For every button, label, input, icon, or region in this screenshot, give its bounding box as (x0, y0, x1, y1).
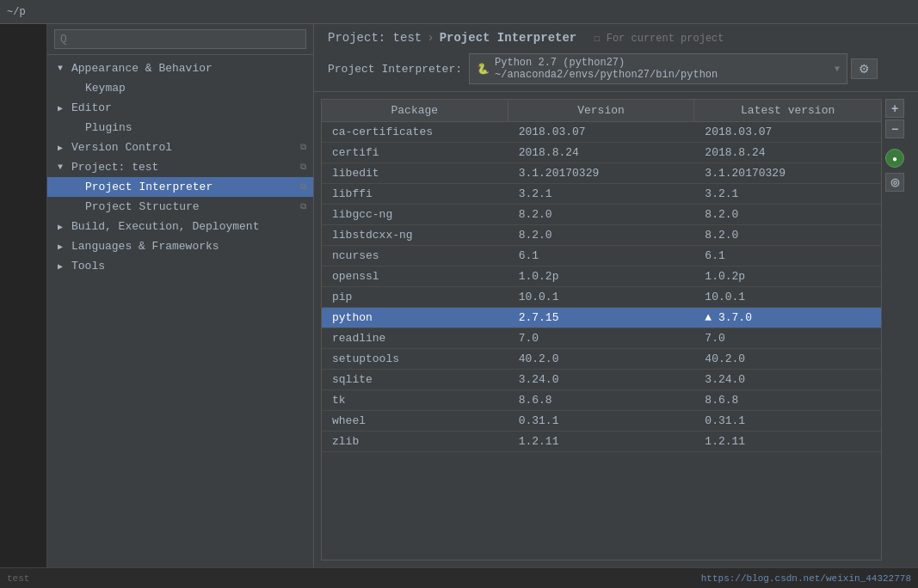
table-row[interactable]: python 2.7.15 ▲ 3.7.0 (322, 308, 881, 328)
table-row[interactable]: zlib 1.2.11 1.2.11 (322, 432, 881, 452)
package-name: sqlite (322, 370, 508, 389)
sidebar-item-label: Languages & Frameworks (71, 240, 306, 253)
sidebar-tree: ▼Appearance & Behavior Keymap▶Editor Plu… (47, 55, 313, 567)
table-row[interactable]: libstdcxx-ng 8.2.0 8.2.0 (322, 225, 881, 246)
package-version: 1.0.2p (508, 266, 695, 286)
table-row[interactable]: libffi 3.2.1 3.2.1 (322, 184, 881, 205)
gear-button[interactable]: ⚙ (851, 58, 878, 79)
sidebar-item-keymap[interactable]: Keymap (47, 78, 313, 98)
package-name: python (322, 308, 508, 328)
package-version: 2018.8.24 (508, 143, 695, 162)
package-name: tk (322, 390, 508, 410)
sidebar-item-languages-frameworks[interactable]: ▶Languages & Frameworks (47, 236, 313, 256)
search-input[interactable] (54, 29, 306, 49)
col-package: Package (322, 100, 508, 121)
table-row[interactable]: pip 10.0.1 10.0.1 (322, 287, 881, 308)
content-header: Project: test › Project Interpreter ☐ Fo… (314, 24, 918, 92)
table-row[interactable]: wheel 0.31.1 0.31.1 (322, 411, 881, 432)
sidebar-item-label: Keymap (85, 82, 306, 95)
table-row[interactable]: ncurses 6.1 6.1 (322, 246, 881, 266)
package-name: ca-certificates (322, 122, 508, 142)
sidebar-item-label: Appearance & Behavior (71, 62, 306, 75)
sidebar-item-build-execution[interactable]: ▶Build, Execution, Deployment (47, 217, 313, 236)
package-latest: 3.24.0 (694, 370, 881, 389)
sidebar-item-label: Project Interpreter (85, 181, 297, 193)
package-name: libstdcxx-ng (322, 225, 508, 245)
file-panel (0, 24, 47, 567)
interpreter-row: Project Interpreter: 🐍 Python 2.7 (pytho… (328, 53, 904, 84)
package-name: readline (322, 328, 508, 348)
package-name: zlib (322, 432, 508, 451)
table-row[interactable]: libedit 3.1.20170329 3.1.20170329 (322, 163, 881, 184)
package-version: 8.2.0 (508, 225, 695, 245)
package-name: libgcc-ng (322, 205, 508, 224)
package-version: 0.31.1 (508, 411, 695, 431)
sidebar-item-label: Plugins (85, 121, 306, 134)
package-name: wheel (322, 411, 508, 431)
table-row[interactable]: readline 7.0 7.0 (322, 328, 881, 349)
copy-icon: ⧉ (300, 202, 306, 211)
table-actions: + − ● ◎ (885, 99, 904, 560)
package-version: 7.0 (508, 328, 695, 348)
breadcrumb-project: Project: test (328, 31, 422, 45)
bottom-tab[interactable]: test (7, 573, 29, 584)
package-name: pip (322, 287, 508, 307)
sidebar-item-version-control[interactable]: ▶Version Control⧉ (47, 138, 313, 157)
package-version: 3.1.20170329 (508, 163, 695, 183)
package-name: openssl (322, 266, 508, 286)
package-latest: 40.2.0 (694, 349, 881, 369)
package-latest: 8.2.0 (694, 225, 881, 245)
sidebar-item-project-interpreter[interactable]: Project Interpreter⧉ (47, 177, 313, 197)
package-version: 2018.03.07 (508, 122, 695, 142)
sidebar-item-appearance[interactable]: ▼Appearance & Behavior (47, 58, 313, 78)
package-version: 6.1 (508, 246, 695, 266)
bottom-bar: test https://blog.csdn.net/weixin_443227… (0, 567, 918, 588)
package-latest: 1.2.11 (694, 432, 881, 451)
remove-package-button[interactable]: − (885, 119, 904, 138)
package-latest: 6.1 (694, 246, 881, 266)
settings-sidebar: ▼Appearance & Behavior Keymap▶Editor Plu… (47, 24, 314, 567)
package-latest: 2018.8.24 (694, 143, 881, 162)
add-package-button[interactable]: + (885, 99, 904, 118)
table-row[interactable]: openssl 1.0.2p 1.0.2p (322, 266, 881, 287)
sidebar-item-label: Project: test (71, 161, 297, 174)
package-name: certifi (322, 143, 508, 162)
package-name: libffi (322, 184, 508, 204)
package-table-wrap: Package Version Latest version ca-certif… (314, 92, 918, 567)
package-latest: ▲ 3.7.0 (694, 308, 881, 328)
table-row[interactable]: sqlite 3.24.0 3.24.0 (322, 370, 881, 390)
copy-icon: ⧉ (300, 143, 306, 152)
sidebar-item-label: Project Structure (85, 200, 297, 213)
package-name: setuptools (322, 349, 508, 369)
package-latest: 7.0 (694, 328, 881, 348)
table-row[interactable]: libgcc-ng 8.2.0 8.2.0 (322, 205, 881, 225)
copy-icon: ⧉ (300, 182, 306, 192)
tree-arrow-icon: ▶ (58, 222, 66, 232)
tree-arrow-icon: ▼ (58, 64, 66, 73)
package-version: 2.7.15 (508, 308, 695, 328)
sidebar-item-project-test[interactable]: ▼Project: test⧉ (47, 157, 313, 177)
sidebar-item-plugins[interactable]: Plugins (47, 118, 313, 138)
copy-icon: ⧉ (300, 162, 306, 172)
table-row[interactable]: certifi 2018.8.24 2018.8.24 (322, 143, 881, 163)
main-container: ▼Appearance & Behavior Keymap▶Editor Plu… (0, 24, 918, 567)
sidebar-item-label: Build, Execution, Deployment (71, 220, 306, 233)
table-row[interactable]: ca-certificates 2018.03.07 2018.03.07 (322, 122, 881, 143)
table-header: Package Version Latest version (322, 100, 881, 122)
search-box-wrap (47, 24, 313, 55)
package-version: 8.2.0 (508, 205, 695, 224)
table-row[interactable]: tk 8.6.8 8.6.8 (322, 390, 881, 411)
sidebar-item-project-structure[interactable]: Project Structure⧉ (47, 197, 313, 217)
upgrade-package-button[interactable]: ● (885, 149, 904, 168)
package-latest: 8.2.0 (694, 205, 881, 224)
settings-button[interactable]: ◎ (885, 173, 904, 192)
breadcrumb-separator: › (427, 31, 434, 45)
sidebar-item-label: Tools (71, 260, 306, 273)
top-bar: ~/p (0, 0, 918, 24)
sidebar-item-editor[interactable]: ▶Editor (47, 98, 313, 118)
interpreter-select-dropdown[interactable]: 🐍 Python 2.7 (python27) ~/anaconda2/envs… (469, 53, 847, 84)
sidebar-item-tools[interactable]: ▶Tools (47, 256, 313, 276)
table-row[interactable]: setuptools 40.2.0 40.2.0 (322, 349, 881, 370)
package-latest: 0.31.1 (694, 411, 881, 431)
package-latest: 2018.03.07 (694, 122, 881, 142)
